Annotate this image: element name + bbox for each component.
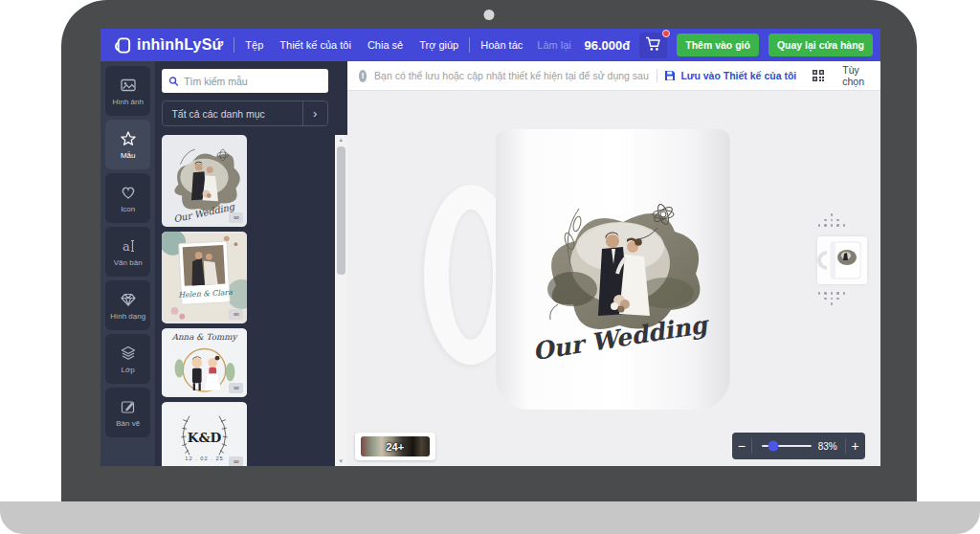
- cart-icon: [645, 36, 661, 52]
- zoom-value-label: 83%: [818, 441, 837, 452]
- cart-badge: [662, 30, 670, 37]
- search-input[interactable]: [184, 76, 322, 87]
- variants-badge[interactable]: ∞: [229, 212, 243, 223]
- template-tile-cartoon-couple[interactable]: Anna & Tommy: [162, 328, 247, 397]
- svg-text:a: a: [122, 238, 130, 253]
- save-link-label: Lưu vào Thiết kế của tôi: [680, 70, 796, 81]
- qr-icon: [812, 69, 825, 82]
- zoom-in-button[interactable]: +: [846, 433, 865, 459]
- menu-item-help[interactable]: Trợ giúp: [419, 39, 458, 51]
- category-dropdown-button[interactable]: Tất cả các danh mục ›: [162, 100, 327, 126]
- options-button[interactable]: Tùy chọn: [842, 64, 869, 87]
- svg-text:K&D: K&D: [188, 430, 222, 445]
- sidebar-item-drawing[interactable]: Bản vẽ: [105, 388, 150, 437]
- scroll-up-icon[interactable]: ▲: [338, 135, 344, 145]
- dots-ornament-bottom: [813, 292, 851, 305]
- mug-design-artwork[interactable]: Our Wedding: [520, 182, 721, 364]
- laptop-base: [0, 501, 980, 534]
- sidebar-item-label: Mẫu: [121, 151, 136, 160]
- nav-divider: [234, 37, 234, 53]
- design-canvas: ! Bạn có thể lưu hoặc cập nhật thiết kế …: [347, 61, 880, 466]
- save-notice: Bạn có thể lưu hoặc cập nhật thiết kế hi…: [374, 70, 649, 81]
- image-icon: [120, 77, 137, 94]
- add-to-cart-button[interactable]: Thêm vào giỏ: [677, 33, 759, 56]
- redo-button[interactable]: Làm lại: [537, 39, 570, 51]
- sidebar-item-shapes[interactable]: Hình dạng: [105, 280, 150, 330]
- svg-text:Anna & Tommy: Anna & Tommy: [171, 332, 239, 342]
- sidebar-item-images[interactable]: Hình ảnh: [105, 66, 150, 116]
- color-swatches: 24+: [361, 436, 430, 456]
- panel-scrollbar[interactable]: ▲ ▼: [335, 135, 347, 466]
- nav-divider: [469, 37, 470, 53]
- back-to-store-button[interactable]: Quay lại cửa hàng: [768, 33, 873, 56]
- scrollbar-thumb[interactable]: [337, 146, 345, 275]
- main-menu: Tệp Thiết kế của tôi Chia sẻ Trợ giúp: [245, 39, 458, 51]
- undo-button[interactable]: Hoàn tác: [480, 39, 523, 51]
- sidebar-item-label: Hình ảnh: [112, 98, 143, 106]
- sidebar-item-text[interactable]: a Văn bản: [105, 227, 150, 277]
- save-icon: [664, 70, 676, 81]
- scroll-down-icon[interactable]: ▼: [338, 456, 344, 466]
- top-navbar: inhìnhLySứ Tệp Thiết kế của tôi Chia sẻ …: [100, 29, 880, 61]
- toolbar-divider: [657, 69, 657, 82]
- template-tile-helen-clara[interactable]: Helen & Clara ∞: [162, 232, 247, 323]
- text-icon: a: [120, 237, 137, 255]
- navbar-right: 96.000đ Thêm vào giỏ Quay lại cửa hàng: [585, 33, 873, 58]
- app-body: Hình ảnh Mẫu Icon: [100, 61, 880, 466]
- dots-ornament-top: [813, 213, 851, 227]
- mockup-stage: Our Wedding: [347, 91, 880, 466]
- laptop-frame: inhìnhLySứ Tệp Thiết kế của tôi Chia sẻ …: [61, 0, 917, 501]
- sidebar-item-icons[interactable]: Icon: [105, 173, 150, 223]
- template-grid: Our Wedding ∞: [162, 135, 327, 466]
- menu-item-file[interactable]: Tệp: [245, 39, 263, 51]
- zoom-out-button[interactable]: −: [732, 433, 751, 459]
- mug-logo-icon: [112, 35, 132, 56]
- qr-view-button[interactable]: [812, 69, 825, 82]
- menu-item-share[interactable]: Chia sẻ: [368, 39, 403, 51]
- variants-badge[interactable]: ∞: [229, 309, 243, 320]
- heart-icon: [120, 184, 137, 201]
- template-tile-kd-monogram[interactable]: K&D 12 . 02 . 25 ∞: [162, 402, 247, 466]
- menu-item-my-designs[interactable]: Thiết kế của tôi: [279, 39, 351, 51]
- app-logo: inhìnhLySứ: [112, 35, 223, 56]
- sidebar-item-label: Hình dạng: [110, 312, 145, 321]
- save-to-designs-button[interactable]: Lưu vào Thiết kế của tôi: [664, 70, 796, 81]
- template-tile-our-wedding[interactable]: Our Wedding ∞: [162, 135, 247, 227]
- draw-icon: [120, 398, 137, 415]
- variants-badge[interactable]: ∞: [229, 456, 243, 466]
- history-controls: Hoàn tác Làm lại: [480, 39, 571, 51]
- chevron-right-icon: ›: [302, 101, 327, 125]
- template-search: [162, 69, 327, 93]
- colors-count-badge[interactable]: 24+: [355, 433, 435, 460]
- page: inhìnhLySứ Tệp Thiết kế của tôi Chia sẻ …: [0, 0, 980, 534]
- search-icon: [168, 76, 179, 87]
- layers-icon: [120, 345, 137, 362]
- category-label: Tất cả các danh mục: [163, 108, 301, 120]
- star-icon: [120, 130, 137, 147]
- cart-button[interactable]: [639, 33, 667, 58]
- zoom-control: − 83% +: [732, 433, 865, 459]
- sidebar-item-templates[interactable]: Mẫu: [105, 120, 150, 169]
- mug-body: Our Wedding: [496, 129, 730, 410]
- app-window: inhìnhLySứ Tệp Thiết kế của tôi Chia sẻ …: [100, 29, 880, 466]
- camera-dot: [484, 10, 495, 20]
- info-icon: !: [359, 70, 367, 82]
- sidebar-item-label: Văn bản: [114, 258, 143, 267]
- sidebar-item-layers[interactable]: Lớp: [105, 334, 150, 384]
- zoom-slider-thumb[interactable]: [768, 441, 779, 452]
- colors-count-label: 24+: [361, 436, 430, 456]
- mini-mug-image: [817, 236, 867, 284]
- price-label: 96.000đ: [585, 38, 631, 53]
- sidebar-item-label: Icon: [121, 205, 135, 213]
- svg-text:12 . 02 . 25: 12 . 02 . 25: [186, 456, 225, 461]
- sidebar-item-label: Bản vẽ: [116, 419, 140, 428]
- sidebar-item-label: Lớp: [122, 366, 135, 374]
- templates-panel: Tất cả các danh mục ›: [155, 61, 346, 466]
- variants-badge[interactable]: ∞: [229, 383, 243, 393]
- canvas-toolbar: ! Bạn có thể lưu hoặc cập nhật thiết kế …: [347, 61, 880, 91]
- gem-icon: [120, 291, 137, 308]
- sidebar-rail: Hình ảnh Mẫu Icon: [100, 61, 155, 466]
- zoom-slider[interactable]: [762, 445, 812, 447]
- mug-view-thumbnail[interactable]: [817, 236, 867, 284]
- app-logo-text: inhìnhLySứ: [137, 36, 223, 54]
